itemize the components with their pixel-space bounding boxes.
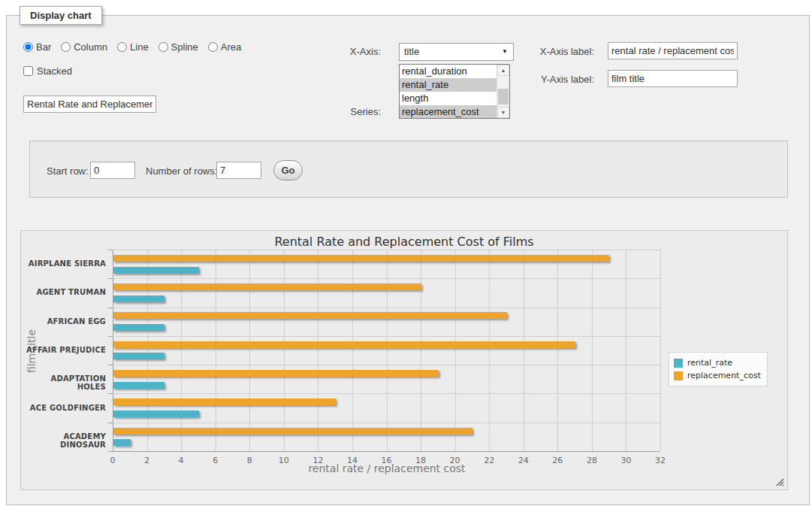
category-tick: [108, 393, 113, 394]
gridline-horizontal: [113, 336, 660, 337]
x-tick-label: 22: [478, 456, 500, 465]
legend-item-rental_rate[interactable]: rental_rate: [674, 356, 761, 369]
stacked-checkbox[interactable]: [23, 66, 33, 76]
category-label: ADAPTATION HOLES: [21, 374, 106, 391]
x-tick-label: 16: [376, 456, 398, 465]
bar-rental_rate[interactable]: [113, 353, 165, 359]
x-tick-label: 24: [512, 456, 535, 465]
gridline-vertical: [524, 250, 524, 451]
x-tick-label: 2: [136, 456, 158, 465]
bar-replacement_cost[interactable]: [113, 370, 439, 377]
gridline-vertical: [489, 250, 490, 451]
x-tick-label: 26: [546, 456, 569, 465]
gridline-vertical: [249, 250, 250, 451]
gridline-vertical: [284, 250, 285, 451]
chart: Rental Rate and Replacement Cost of Film…: [20, 230, 788, 490]
category-label: ACE GOLDFINGER: [21, 404, 106, 412]
x-axis-line: [113, 451, 660, 452]
chevron-down-icon: ▼: [502, 49, 508, 55]
stacked-row: Stacked: [23, 65, 72, 77]
gridline-horizontal: [113, 365, 660, 365]
x-tick-label: 8: [238, 456, 261, 465]
x-tick-label: 0: [101, 456, 124, 465]
gridline-vertical: [660, 250, 661, 451]
category-label: AIRPLANE SIERRA: [21, 259, 106, 268]
series-option-rental_rate[interactable]: rental_rate: [400, 78, 497, 92]
bar-rental_rate[interactable]: [113, 411, 199, 417]
chart-type-radio-column[interactable]: [61, 42, 71, 52]
y-axis-label-label: Y-Axis label:: [527, 74, 594, 85]
start-row-input[interactable]: [90, 162, 135, 179]
y-axis-label-input[interactable]: [608, 70, 738, 87]
chart-type-label-bar: Bar: [36, 41, 51, 53]
chart-title: Rental Rate and Replacement Cost of Film…: [21, 235, 787, 249]
chart-type-radio-spline[interactable]: [158, 42, 168, 52]
category-tick: [108, 308, 113, 308]
category-label: AFRICAN EGG: [21, 317, 106, 326]
x-tick-label: 14: [341, 456, 364, 465]
gridline-horizontal: [113, 308, 660, 308]
number-of-rows-label: Number of rows:: [146, 165, 217, 177]
category-tick: [108, 451, 113, 452]
x-tick-label: 12: [306, 456, 329, 465]
y-axis-line: [113, 250, 113, 451]
chart-legend: rental_ratereplacement_cost: [669, 352, 768, 386]
bar-rental_rate[interactable]: [113, 295, 165, 302]
legend-item-replacement_cost[interactable]: replacement_cost: [674, 369, 761, 382]
chart-type-radio-group: BarColumnLineSplineArea: [23, 41, 248, 53]
gridline-vertical: [455, 250, 456, 451]
category-tick: [108, 365, 113, 365]
gridline-horizontal: [113, 278, 660, 279]
rows-panel: Start row: Number of rows: Go: [29, 141, 788, 198]
chart-title-input[interactable]: [23, 95, 156, 113]
bar-rental_rate[interactable]: [113, 382, 165, 389]
series-option-length[interactable]: length: [400, 92, 497, 105]
gridline-vertical: [421, 250, 421, 451]
gridline-horizontal: [113, 250, 660, 250]
x-axis-select-label: X-Axis:: [316, 46, 381, 57]
series-listbox[interactable]: rental_durationrental_ratelengthreplacem…: [399, 64, 510, 119]
bar-replacement_cost[interactable]: [113, 283, 421, 290]
bar-replacement_cost[interactable]: [113, 428, 472, 435]
scroll-up-icon[interactable]: ▲: [497, 65, 509, 76]
stacked-label: Stacked: [37, 65, 72, 77]
x-axis-select[interactable]: title ▼: [399, 43, 514, 61]
legend-label-rental_rate: rental_rate: [687, 358, 732, 368]
legend-swatch-rental_rate: [674, 359, 683, 368]
chart-type-label-area: Area: [221, 41, 241, 53]
chart-type-radio-line[interactable]: [117, 42, 127, 52]
x-tick-label: 4: [170, 456, 192, 465]
number-of-rows-input[interactable]: [216, 162, 261, 179]
series-option-rental_duration[interactable]: rental_duration: [400, 65, 497, 78]
scrollbar-thumb[interactable]: [498, 89, 509, 105]
start-row-label: Start row:: [47, 165, 89, 177]
bar-replacement_cost[interactable]: [113, 312, 507, 319]
resize-handle-icon[interactable]: [776, 478, 784, 486]
x-tick-label: 30: [614, 456, 637, 465]
go-button[interactable]: Go: [273, 160, 303, 180]
bar-rental_rate[interactable]: [113, 324, 165, 331]
gridline-vertical: [181, 250, 182, 451]
bar-replacement_cost[interactable]: [113, 255, 609, 262]
gridline-horizontal: [113, 423, 660, 423]
chart-type-radio-area[interactable]: [208, 42, 218, 52]
x-tick-label: 32: [649, 456, 672, 465]
bar-rental_rate[interactable]: [113, 267, 199, 274]
display-chart-fieldset: Display chart BarColumnLineSplineArea St…: [6, 15, 810, 505]
gridline-vertical: [592, 250, 593, 451]
category-tick: [108, 336, 113, 337]
gridline-vertical: [216, 250, 216, 451]
chart-type-radio-bar[interactable]: [23, 42, 33, 52]
series-options: rental_durationrental_ratelengthreplacem…: [400, 65, 497, 118]
gridline-vertical: [352, 250, 353, 451]
series-option-replacement_cost[interactable]: replacement_cost: [400, 105, 497, 119]
x-axis-label-input[interactable]: [608, 42, 738, 59]
series-select-label: Series:: [316, 106, 381, 117]
scroll-down-icon[interactable]: ▼: [497, 107, 509, 118]
series-scrollbar[interactable]: ▲ ▼: [497, 65, 509, 118]
legend-label-replacement_cost: replacement_cost: [687, 371, 761, 380]
bar-rental_rate[interactable]: [113, 439, 131, 446]
x-axis-selected-value: title: [404, 46, 419, 57]
bar-replacement_cost[interactable]: [113, 341, 575, 348]
bar-replacement_cost[interactable]: [113, 398, 336, 405]
